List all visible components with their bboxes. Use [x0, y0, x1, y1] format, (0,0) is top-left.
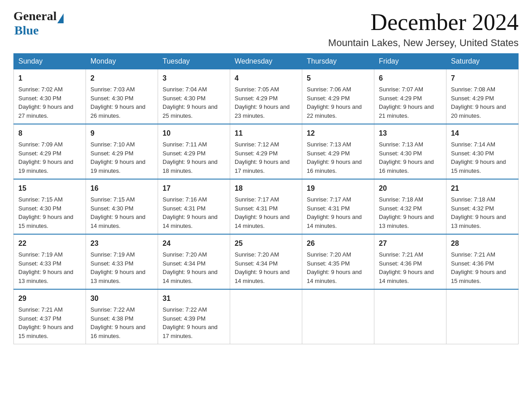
title-block: December 2024 Mountain Lakes, New Jersey…: [328, 9, 519, 49]
calendar-cell: 8Sunrise: 7:09 AMSunset: 4:29 PMDaylight…: [14, 124, 86, 179]
calendar-cell: 27Sunrise: 7:21 AMSunset: 4:36 PMDayligh…: [374, 234, 446, 289]
calendar-cell: 9Sunrise: 7:10 AMSunset: 4:29 PMDaylight…: [86, 124, 158, 179]
week-row-5: 29Sunrise: 7:21 AMSunset: 4:37 PMDayligh…: [14, 289, 519, 344]
logo-general-text: General: [13, 9, 56, 23]
day-number: 15: [18, 183, 81, 194]
day-number: 22: [18, 238, 81, 249]
header-thursday: Thursday: [302, 54, 374, 69]
day-number: 16: [90, 183, 153, 194]
day-number: 5: [307, 73, 369, 84]
calendar-cell: 16Sunrise: 7:15 AMSunset: 4:30 PMDayligh…: [86, 179, 158, 234]
month-title: December 2024: [328, 9, 519, 35]
page-header: General Blue December 2024 Mountain Lake…: [13, 9, 519, 49]
calendar-cell: 11Sunrise: 7:12 AMSunset: 4:29 PMDayligh…: [230, 124, 302, 179]
calendar-cell: 24Sunrise: 7:20 AMSunset: 4:34 PMDayligh…: [158, 234, 230, 289]
day-number: 31: [163, 293, 225, 304]
day-number: 23: [90, 238, 153, 249]
day-number: 27: [379, 238, 442, 249]
header-friday: Friday: [374, 54, 446, 69]
week-row-2: 8Sunrise: 7:09 AMSunset: 4:29 PMDaylight…: [14, 124, 519, 179]
calendar-cell: 21Sunrise: 7:18 AMSunset: 4:32 PMDayligh…: [446, 179, 519, 234]
day-number: 17: [163, 183, 225, 194]
location-title: Mountain Lakes, New Jersey, United State…: [328, 37, 519, 49]
logo-blue-text: Blue: [14, 23, 39, 38]
day-number: 12: [307, 128, 369, 139]
calendar-cell: 19Sunrise: 7:17 AMSunset: 4:31 PMDayligh…: [302, 179, 374, 234]
calendar-cell: 4Sunrise: 7:05 AMSunset: 4:29 PMDaylight…: [230, 69, 302, 124]
day-number: 11: [235, 128, 297, 139]
day-number: 2: [90, 73, 153, 84]
calendar-cell: 7Sunrise: 7:08 AMSunset: 4:29 PMDaylight…: [446, 69, 519, 124]
calendar-cell: 2Sunrise: 7:03 AMSunset: 4:30 PMDaylight…: [86, 69, 158, 124]
calendar-cell: 6Sunrise: 7:07 AMSunset: 4:29 PMDaylight…: [374, 69, 446, 124]
calendar-cell: 13Sunrise: 7:13 AMSunset: 4:30 PMDayligh…: [374, 124, 446, 179]
day-number: 13: [379, 128, 442, 139]
day-number: 25: [235, 238, 297, 249]
header-sunday: Sunday: [14, 54, 86, 69]
day-number: 6: [379, 73, 442, 84]
calendar-cell: 29Sunrise: 7:21 AMSunset: 4:37 PMDayligh…: [14, 289, 86, 344]
day-number: 3: [163, 73, 225, 84]
day-number: 21: [451, 183, 514, 194]
header-tuesday: Tuesday: [158, 54, 230, 69]
week-row-1: 1Sunrise: 7:02 AMSunset: 4:30 PMDaylight…: [14, 69, 519, 124]
day-number: 28: [451, 238, 514, 249]
day-number: 7: [451, 73, 514, 84]
calendar-cell: 15Sunrise: 7:15 AMSunset: 4:30 PMDayligh…: [14, 179, 86, 234]
day-number: 14: [451, 128, 514, 139]
calendar-cell: 10Sunrise: 7:11 AMSunset: 4:29 PMDayligh…: [158, 124, 230, 179]
calendar-cell: [230, 289, 302, 344]
day-number: 8: [18, 128, 81, 139]
day-number: 30: [90, 293, 153, 304]
calendar-cell: 20Sunrise: 7:18 AMSunset: 4:32 PMDayligh…: [374, 179, 446, 234]
day-number: 1: [18, 73, 81, 84]
calendar-cell: [302, 289, 374, 344]
header-wednesday: Wednesday: [230, 54, 302, 69]
day-number: 26: [307, 238, 369, 249]
logo: General Blue: [13, 9, 64, 38]
calendar-cell: 18Sunrise: 7:17 AMSunset: 4:31 PMDayligh…: [230, 179, 302, 234]
calendar-cell: 5Sunrise: 7:06 AMSunset: 4:29 PMDaylight…: [302, 69, 374, 124]
calendar-cell: 3Sunrise: 7:04 AMSunset: 4:30 PMDaylight…: [158, 69, 230, 124]
calendar-cell: 12Sunrise: 7:13 AMSunset: 4:29 PMDayligh…: [302, 124, 374, 179]
header-saturday: Saturday: [446, 54, 519, 69]
day-number: 18: [235, 183, 297, 194]
calendar-cell: 1Sunrise: 7:02 AMSunset: 4:30 PMDaylight…: [14, 69, 86, 124]
calendar-cell: 14Sunrise: 7:14 AMSunset: 4:30 PMDayligh…: [446, 124, 519, 179]
day-number: 20: [379, 183, 442, 194]
calendar-cell: 17Sunrise: 7:16 AMSunset: 4:31 PMDayligh…: [158, 179, 230, 234]
calendar-table: SundayMondayTuesdayWednesdayThursdayFrid…: [13, 53, 519, 344]
calendar-cell: 31Sunrise: 7:22 AMSunset: 4:39 PMDayligh…: [158, 289, 230, 344]
calendar-cell: 23Sunrise: 7:19 AMSunset: 4:33 PMDayligh…: [86, 234, 158, 289]
calendar-cell: 25Sunrise: 7:20 AMSunset: 4:34 PMDayligh…: [230, 234, 302, 289]
day-number: 9: [90, 128, 153, 139]
calendar-cell: 28Sunrise: 7:21 AMSunset: 4:36 PMDayligh…: [446, 234, 519, 289]
calendar-cell: [374, 289, 446, 344]
day-number: 24: [163, 238, 225, 249]
logo-triangle-icon: [57, 13, 64, 23]
day-number: 10: [163, 128, 225, 139]
calendar-cell: 22Sunrise: 7:19 AMSunset: 4:33 PMDayligh…: [14, 234, 86, 289]
header-monday: Monday: [86, 54, 158, 69]
calendar-cell: 30Sunrise: 7:22 AMSunset: 4:38 PMDayligh…: [86, 289, 158, 344]
week-row-3: 15Sunrise: 7:15 AMSunset: 4:30 PMDayligh…: [14, 179, 519, 234]
day-number: 4: [235, 73, 297, 84]
day-number: 19: [307, 183, 369, 194]
header-row: SundayMondayTuesdayWednesdayThursdayFrid…: [14, 54, 519, 69]
calendar-cell: 26Sunrise: 7:20 AMSunset: 4:35 PMDayligh…: [302, 234, 374, 289]
week-row-4: 22Sunrise: 7:19 AMSunset: 4:33 PMDayligh…: [14, 234, 519, 289]
calendar-cell: [446, 289, 519, 344]
day-number: 29: [18, 293, 81, 304]
